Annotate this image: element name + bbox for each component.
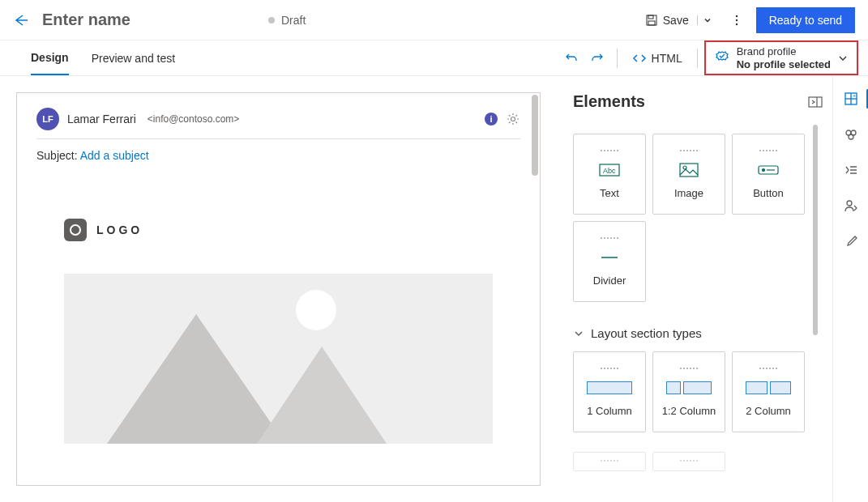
tile-label: 2 Column [746,405,791,417]
layout-tiles-row2 [573,452,823,471]
tile-1-2-column[interactable]: 1:2 Column [652,351,725,432]
svg-point-12 [683,166,686,169]
tile-image[interactable]: Image [652,134,725,215]
html-toggle-button[interactable]: HTML [624,51,691,66]
sender-actions: i [485,112,520,126]
rail-personalize-button[interactable] [836,154,866,186]
subject-label: Subject: [36,149,78,162]
grip-icon [680,368,698,369]
brand-profile-dropdown[interactable]: Brand profile No profile selected [704,40,858,75]
svg-rect-1 [648,15,653,19]
header-bar: Enter name Draft Save Ready to send [0,0,868,40]
layout-1-2col-icon [666,377,712,398]
tile-label: Text [600,187,619,199]
grip-icon [759,368,777,369]
image-placeholder[interactable] [64,274,493,444]
divider-icon [598,247,621,268]
add-subject-link[interactable]: Add a subject [80,149,149,162]
logo-text: LOGO [96,223,143,236]
tile-label: 1:2 Column [662,405,716,417]
canvas-wrapper: LF Lamar Ferrari <info@contoso.com> i Su… [0,76,557,502]
tab-bar: Design Preview and test HTML Brand profi… [0,40,868,76]
tab-preview[interactable]: Preview and test [92,42,176,74]
layout-section-header[interactable]: Layout section types [573,326,823,340]
text-icon: Abc [597,160,622,181]
grip-icon [759,150,777,151]
grip-icon [601,460,618,462]
subject-row: Subject: Add a subject [36,149,520,162]
sender-name: Lamar Ferrari [67,113,136,126]
back-icon[interactable] [13,12,29,28]
layout-2col-icon [746,377,791,398]
rail-brush-button[interactable] [836,225,866,257]
tile-2-column[interactable]: 2 Column [732,351,805,432]
svg-point-5 [736,23,738,24]
tab-design[interactable]: Design [31,41,69,75]
gear-icon[interactable] [506,112,520,126]
expand-panel-icon[interactable] [808,96,823,108]
status-dot-icon [268,17,275,23]
tile-label: Divider [593,274,626,287]
grip-icon [601,150,618,151]
grip-icon [601,237,618,239]
image-icon [678,160,699,181]
sender-row: LF Lamar Ferrari <info@contoso.com> i [36,108,520,130]
save-button[interactable]: Save [640,11,717,30]
svg-point-6 [511,117,515,121]
tile-text[interactable]: Abc Text [573,134,646,215]
panel-scrollbar[interactable] [813,125,818,494]
redo-button[interactable] [584,45,610,71]
rail-elements-button[interactable]: + [836,83,866,115]
status-badge: Draft [268,14,306,27]
rail-audience-button[interactable] [836,189,866,222]
layout-tiles: 1 Column 1:2 Column 2 Column [573,351,823,432]
email-canvas[interactable]: LF Lamar Ferrari <info@contoso.com> i Su… [16,92,541,486]
tile-label: Button [753,187,784,199]
tile-label: Image [674,187,703,199]
brand-profile-value: No profile selected [737,58,831,71]
divider [36,138,520,139]
more-button[interactable] [724,11,750,30]
brand-profile-text: Brand profile No profile selected [737,45,831,70]
logo-icon [64,219,87,241]
main-area: LF Lamar Ferrari <info@contoso.com> i Su… [0,76,868,502]
svg-point-3 [736,15,738,16]
layout-section-title: Layout section types [591,326,702,340]
layout-1col-icon [587,377,632,398]
tile-label: 1 Column [587,405,632,417]
elements-panel: Elements Abc Text Image Button [557,76,832,502]
sender-email: <info@contoso.com> [148,113,240,125]
info-icon[interactable]: i [485,113,498,126]
header-actions: Save Ready to send [640,7,855,33]
svg-point-4 [736,19,738,20]
right-rail: + [832,76,868,502]
svg-text:Abc: Abc [603,167,616,175]
tile-1-column[interactable]: 1 Column [573,351,646,432]
page-title[interactable]: Enter name [42,11,130,29]
svg-point-14 [763,168,765,171]
panel-title: Elements [573,92,645,111]
element-tiles: Abc Text Image Button Divider [573,134,823,302]
gear-badge-icon [714,50,730,66]
rail-themes-button[interactable] [836,118,866,151]
svg-rect-2 [648,21,655,25]
undo-button[interactable] [558,45,584,71]
save-chevron-icon[interactable] [697,15,712,25]
svg-point-23 [849,134,853,139]
grip-icon [680,150,698,151]
separator [697,49,698,68]
svg-point-24 [847,201,852,206]
chevron-down-icon [573,328,584,339]
html-label: HTML [652,52,682,65]
brand-profile-label: Brand profile [737,45,831,58]
tile-layout-more[interactable] [652,452,725,471]
tile-button[interactable]: Button [732,134,805,215]
status-label: Draft [281,14,306,27]
svg-text:+: + [853,93,856,99]
tile-layout-more[interactable] [573,452,646,471]
tile-divider[interactable]: Divider [573,221,646,302]
chevron-down-icon [837,53,849,64]
canvas-scrollbar[interactable] [532,95,538,483]
ready-to-send-button[interactable]: Ready to send [756,7,855,33]
logo-block[interactable]: LOGO [64,219,520,241]
